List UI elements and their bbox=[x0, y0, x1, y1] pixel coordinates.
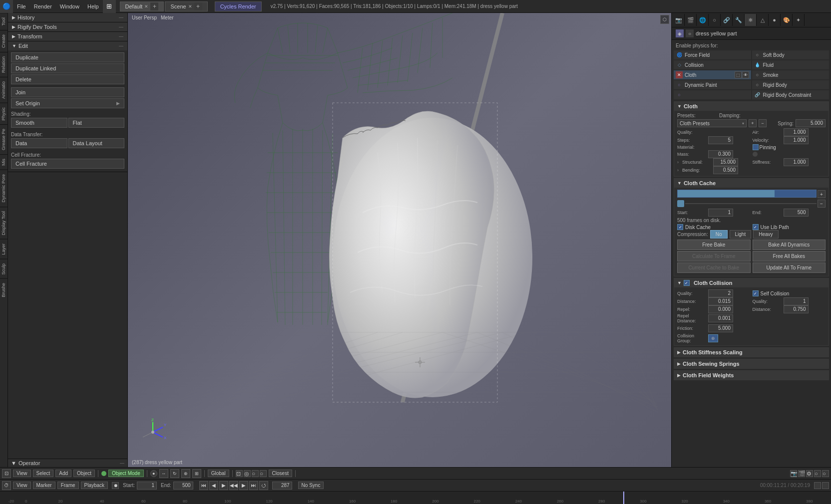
tab-close-default[interactable]: ✕ bbox=[144, 4, 148, 9]
bt-scale-icon[interactable]: ⊕ bbox=[181, 469, 190, 478]
smooth-btn[interactable]: Smooth bbox=[11, 118, 67, 128]
phys-smoke[interactable]: ○ Smoke bbox=[752, 70, 830, 79]
tl-loop[interactable]: ⭯ bbox=[259, 481, 268, 490]
current-cache-btn[interactable]: Current Cache to Bake bbox=[677, 262, 751, 273]
operator-header[interactable]: ▼ Operator — bbox=[11, 460, 124, 466]
cell-fracture-btn[interactable]: Cell Fracture bbox=[11, 159, 124, 169]
free-bake-btn[interactable]: Free Bake bbox=[677, 240, 751, 250]
cloth-presets-add[interactable]: + bbox=[749, 119, 757, 127]
tl-right-icon2[interactable] bbox=[822, 482, 829, 489]
friction-value[interactable]: 5.000 bbox=[708, 324, 733, 332]
repel-dist-value[interactable]: 0.001 bbox=[708, 314, 733, 322]
stiffness-value[interactable]: 1.000 bbox=[784, 158, 809, 166]
phys-fluid[interactable]: 💧 Fluid bbox=[752, 60, 830, 69]
app-icon[interactable]: 🔵 bbox=[0, 0, 13, 13]
bt-snap-icon2[interactable]: ◎ bbox=[244, 470, 251, 477]
cloth-cache-header[interactable]: ▼ Cloth Cache bbox=[674, 179, 829, 188]
repel-value[interactable]: 0.000 bbox=[708, 305, 733, 313]
comp-light-btn[interactable]: Light bbox=[730, 230, 752, 239]
delete-btn[interactable]: Delete bbox=[11, 74, 124, 84]
tl-right-icon1[interactable] bbox=[814, 482, 821, 489]
cache-bar[interactable] bbox=[677, 190, 817, 198]
rp-icon-render[interactable]: 📷 bbox=[673, 14, 685, 26]
rigify-header[interactable]: ▶ Rigify Dev Tools — bbox=[8, 22, 127, 31]
side-label-animatio[interactable]: Animatio bbox=[0, 77, 7, 103]
side-label-physic[interactable]: Physic bbox=[0, 103, 7, 125]
bt-rot-icon[interactable]: ↻ bbox=[170, 469, 179, 478]
phys-empty[interactable]: ○ bbox=[674, 90, 751, 99]
cache-end-value[interactable]: 500 bbox=[784, 209, 809, 217]
side-label-layer[interactable]: Layer bbox=[0, 239, 7, 259]
cloth-collision-enabled-cb[interactable]: ✓ bbox=[684, 280, 690, 286]
edit-header[interactable]: ▼ Edit — bbox=[8, 41, 127, 50]
side-label-grease[interactable]: Grease Pe bbox=[0, 124, 7, 154]
data-layout-btn[interactable]: Data Layout bbox=[68, 138, 125, 148]
rp-icon-constraint[interactable]: 🔗 bbox=[721, 14, 733, 26]
comp-heavy-btn[interactable]: Heavy bbox=[753, 230, 778, 239]
tab-scene[interactable]: Scene ✕ + bbox=[165, 1, 207, 11]
spring-value[interactable]: 5.000 bbox=[796, 119, 826, 127]
side-label-create[interactable]: Create bbox=[0, 30, 7, 52]
tl-jump-start[interactable]: ⏮ bbox=[199, 481, 208, 490]
bending-value[interactable]: 0.500 bbox=[713, 166, 738, 174]
bt-view-btn[interactable]: View bbox=[13, 470, 31, 477]
tl-marker-btn[interactable]: Marker bbox=[33, 482, 55, 489]
menu-window[interactable]: Window bbox=[56, 0, 83, 12]
tl-end-value[interactable]: 500 bbox=[173, 482, 193, 490]
menu-help[interactable]: Help bbox=[83, 0, 103, 12]
tl-current-frame[interactable]: 287 bbox=[272, 482, 292, 490]
cloth-field-header[interactable]: ▶ Cloth Field Weights bbox=[674, 371, 829, 380]
velocity-value[interactable]: 1.000 bbox=[784, 136, 809, 144]
bt-dot-icon[interactable]: ● bbox=[150, 470, 157, 477]
cloth-collision-header[interactable]: ▼ ✓ Cloth Collision bbox=[674, 278, 829, 287]
use-lib-path-cb[interactable]: ✓ bbox=[753, 224, 759, 230]
transform-header[interactable]: ▶ Transform — bbox=[8, 32, 127, 41]
bt-snap-icon4[interactable]: ○ bbox=[260, 470, 267, 477]
rp-icon-object[interactable]: ○ bbox=[709, 14, 721, 26]
cloth-section-header[interactable]: ▼ Cloth bbox=[674, 102, 829, 111]
bake-all-dynamics-btn[interactable]: Bake All Dynamics bbox=[753, 240, 826, 250]
rp-icon-data[interactable]: △ bbox=[757, 14, 769, 26]
join-btn[interactable]: Join bbox=[11, 87, 124, 97]
pinning-cb[interactable] bbox=[753, 144, 759, 150]
tab-default[interactable]: Default ✕ + bbox=[120, 1, 164, 11]
cloth-sewing-header[interactable]: ▶ Cloth Sewing Springs bbox=[674, 359, 829, 368]
side-label-dynamic[interactable]: Dynamic Pore bbox=[0, 170, 7, 207]
rp-icon-scene[interactable]: 🎬 bbox=[685, 14, 697, 26]
tl-rec-btn[interactable]: ⏺ bbox=[112, 482, 119, 489]
tl-view-btn[interactable]: View bbox=[13, 482, 31, 489]
bt-snap-icon[interactable]: ⊡ bbox=[236, 470, 243, 477]
bt-render-icon[interactable]: 🎬 bbox=[798, 470, 805, 477]
rp-icon-material[interactable]: ● bbox=[769, 14, 781, 26]
steps-value[interactable]: 5 bbox=[708, 136, 733, 144]
rp-icon-modifiers[interactable]: 🔧 bbox=[733, 14, 745, 26]
cache-start-value[interactable]: 1 bbox=[708, 209, 733, 217]
layout-icon[interactable]: ⊞ bbox=[103, 0, 116, 13]
tab-cycles[interactable]: Cycles Render bbox=[215, 1, 262, 11]
air-value[interactable]: 1.000 bbox=[784, 128, 809, 136]
self-collision-cb[interactable]: ✓ bbox=[753, 290, 759, 296]
history-header[interactable]: ▶ History — bbox=[8, 13, 127, 22]
tl-nosync-btn[interactable]: No Sync bbox=[298, 482, 324, 489]
phys-rigid-body[interactable]: ○ Rigid Body bbox=[752, 80, 830, 89]
bt-move-icon[interactable]: ↔ bbox=[159, 469, 168, 478]
bt-view-icon[interactable]: ⊡ bbox=[2, 469, 11, 478]
collision-group-btn[interactable]: ⊕ bbox=[708, 334, 718, 342]
phys-collision[interactable]: ◇ Collision bbox=[674, 60, 751, 69]
tl-play[interactable]: ▶ bbox=[219, 481, 228, 490]
cloth-presets-select[interactable]: Cloth Presets bbox=[677, 119, 747, 127]
cloth-presets-remove[interactable]: − bbox=[759, 119, 767, 127]
bt-add-btn[interactable]: Add bbox=[55, 470, 71, 477]
structural-value[interactable]: 15.000 bbox=[713, 158, 738, 166]
duplicate-btn[interactable]: Duplicate bbox=[11, 52, 124, 62]
rp-icon-texture[interactable]: 🎨 bbox=[781, 14, 793, 26]
side-label-brushe[interactable]: Brushe bbox=[0, 278, 7, 301]
cache-add-btn[interactable]: + bbox=[818, 190, 826, 198]
bt-camera-icon[interactable]: 📷 bbox=[790, 470, 797, 477]
side-label-sculp[interactable]: Sculp bbox=[0, 259, 7, 279]
bt-sync-icon[interactable]: ⚙ bbox=[806, 470, 813, 477]
bt-snap-icon3[interactable]: ○ bbox=[252, 470, 259, 477]
phys-dynamic-paint[interactable]: ○ Dynamic Paint bbox=[674, 80, 751, 89]
rp-icon-physics[interactable]: ⚛ bbox=[745, 14, 757, 26]
set-origin-btn[interactable]: Set Origin ▶ bbox=[11, 98, 124, 108]
